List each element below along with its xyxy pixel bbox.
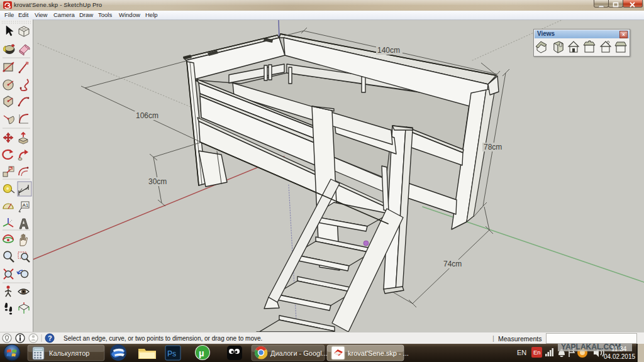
svg-text:EN: EN (517, 349, 526, 356)
svg-text:74cm: 74cm (443, 260, 462, 268)
svg-text:78cm: 78cm (484, 143, 502, 151)
svg-text:A1: A1 (23, 202, 29, 208)
svg-text:Диалоги - Googl...: Диалоги - Googl... (270, 349, 328, 357)
svg-text:04.02.2015: 04.02.2015 (604, 353, 635, 360)
svg-text:11:34: 11:34 (611, 346, 627, 353)
svg-text:En: En (533, 349, 541, 356)
svg-text:106cm: 106cm (136, 111, 158, 120)
svg-text:140cm: 140cm (377, 46, 400, 55)
svg-text:µ: µ (199, 348, 204, 358)
svg-text:Ps: Ps (167, 349, 176, 358)
svg-text:Калькулятор: Калькулятор (49, 349, 89, 357)
svg-text:30cm: 30cm (148, 177, 167, 186)
svg-text:krovat'Sene.skp - ...: krovat'Sene.skp - ... (348, 349, 409, 357)
svg-text:?: ? (48, 334, 52, 342)
